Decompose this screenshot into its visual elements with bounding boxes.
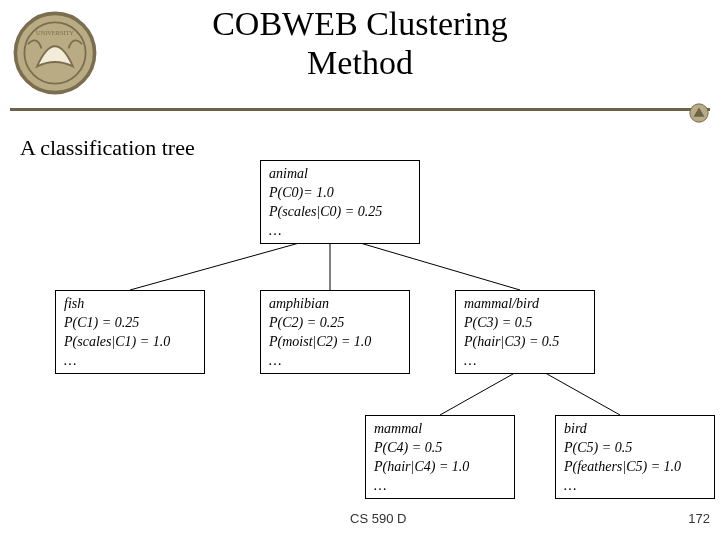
node-amphibian: amphibian P(C2) = 0.25 P(moist|C2) = 1.0… <box>260 290 410 374</box>
node-prob: P(C2) = 0.25 <box>269 314 401 333</box>
node-label: animal <box>269 165 411 184</box>
university-seal-logo: UNIVERSITY <box>10 8 100 98</box>
footer-course: CS 590 D <box>350 511 406 526</box>
small-griffin-icon <box>688 102 710 124</box>
node-fish: fish P(C1) = 0.25 P(scales|C1) = 1.0 … <box>55 290 205 374</box>
node-mammal: mammal P(C4) = 0.5 P(hair|C4) = 1.0 … <box>365 415 515 499</box>
node-cond: P(scales|C0) = 0.25 <box>269 203 411 222</box>
node-prob: P(C5) = 0.5 <box>564 439 706 458</box>
node-ellipsis: … <box>374 477 506 496</box>
svg-line-4 <box>130 240 310 290</box>
node-cond: P(scales|C1) = 1.0 <box>64 333 196 352</box>
title-line-2: Method <box>307 44 413 81</box>
svg-line-7 <box>440 370 520 415</box>
node-cond: P(hair|C4) = 1.0 <box>374 458 506 477</box>
node-cond: P(hair|C3) = 0.5 <box>464 333 586 352</box>
node-ellipsis: … <box>564 477 706 496</box>
node-prob: P(C4) = 0.5 <box>374 439 506 458</box>
node-mammal-bird: mammal/bird P(C3) = 0.5 P(hair|C3) = 0.5… <box>455 290 595 374</box>
node-label: mammal <box>374 420 506 439</box>
svg-line-8 <box>540 370 620 415</box>
node-prob: P(C0)= 1.0 <box>269 184 411 203</box>
node-label: bird <box>564 420 706 439</box>
node-prob: P(C1) = 0.25 <box>64 314 196 333</box>
node-cond: P(moist|C2) = 1.0 <box>269 333 401 352</box>
node-ellipsis: … <box>269 222 411 241</box>
node-label: amphibian <box>269 295 401 314</box>
node-animal: animal P(C0)= 1.0 P(scales|C0) = 0.25 … <box>260 160 420 244</box>
node-ellipsis: … <box>64 352 196 371</box>
svg-text:UNIVERSITY: UNIVERSITY <box>36 29 74 36</box>
svg-line-6 <box>350 240 520 290</box>
node-label: fish <box>64 295 196 314</box>
node-cond: P(feathers|C5) = 1.0 <box>564 458 706 477</box>
node-prob: P(C3) = 0.5 <box>464 314 586 333</box>
classification-tree: animal P(C0)= 1.0 P(scales|C0) = 0.25 … … <box>0 155 720 515</box>
node-bird: bird P(C5) = 0.5 P(feathers|C5) = 1.0 … <box>555 415 715 499</box>
slide-title: COBWEB Clustering Method <box>0 0 720 82</box>
node-label: mammal/bird <box>464 295 586 314</box>
footer-page-number: 172 <box>688 511 710 526</box>
node-ellipsis: … <box>269 352 401 371</box>
node-ellipsis: … <box>464 352 586 371</box>
title-line-1: COBWEB Clustering <box>212 5 508 42</box>
title-rule <box>10 108 710 111</box>
